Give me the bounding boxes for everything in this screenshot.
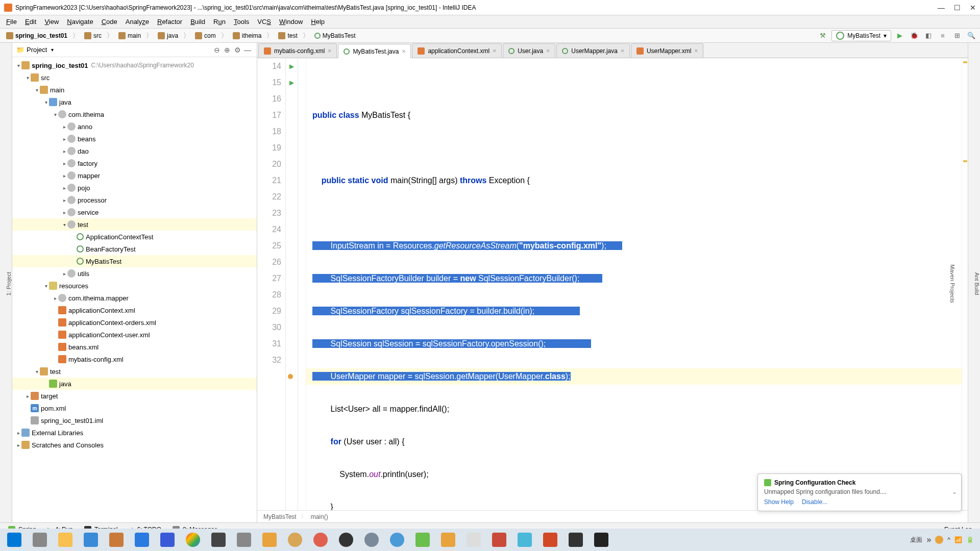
menu-view[interactable]: View <box>40 18 63 26</box>
notification-body: Unmapped Spring configuration files foun… <box>764 488 955 495</box>
gear-icon[interactable]: ⚙ <box>232 45 242 55</box>
notification-title: Spring Configuration Check <box>764 479 955 486</box>
menubar: File Edit View Navigate Code Analyze Ref… <box>0 15 980 29</box>
menu-build[interactable]: Build <box>186 18 209 26</box>
app-icon-3[interactable] <box>130 530 154 550</box>
app-icon <box>4 4 12 12</box>
crumb-com[interactable]: com <box>192 31 219 40</box>
line-numbers: 14151617181920212223242526272829303132 <box>257 58 286 510</box>
menu-refactor[interactable]: Refactor <box>153 18 186 26</box>
menu-vcs[interactable]: VCS <box>253 18 275 26</box>
close-button[interactable]: ✕ <box>970 4 976 12</box>
collapse-icon[interactable]: ⊖ <box>212 45 222 55</box>
tab-user[interactable]: User.java× <box>503 43 555 58</box>
menu-file[interactable]: File <box>2 18 21 26</box>
wechat-icon[interactable] <box>410 530 435 550</box>
crumb-class[interactable]: MyBatisTest <box>311 31 359 40</box>
battery-icon[interactable]: 🔋 <box>966 536 974 543</box>
crumb-src[interactable]: src <box>81 31 105 40</box>
explorer-icon[interactable] <box>53 530 78 550</box>
powerpoint-icon[interactable] <box>538 530 562 550</box>
target-icon[interactable]: ⊕ <box>222 45 232 55</box>
menu-edit[interactable]: Edit <box>21 18 40 26</box>
app-icon-16[interactable] <box>512 530 537 550</box>
build-icon[interactable]: ⚒ <box>817 30 828 41</box>
tab-usermapper-java[interactable]: UserMapper.java× <box>556 43 630 58</box>
app-icon-12[interactable] <box>385 530 409 550</box>
app-icon-11[interactable] <box>359 530 384 550</box>
expand-icon[interactable]: ⌄ <box>952 488 957 495</box>
error-stripe[interactable] <box>962 58 968 510</box>
menu-tools[interactable]: Tools <box>230 18 253 26</box>
project-tree[interactable]: ▾spring_ioc_test01C:\Users\haohao\Spring… <box>12 57 257 522</box>
tool-ant[interactable]: Ant Build <box>974 268 980 299</box>
tab-mybatis-config[interactable]: mybatis-config.xml× <box>258 43 337 58</box>
minimize-button[interactable]: ― <box>938 4 945 12</box>
structure-icon[interactable]: ⊞ <box>951 30 963 41</box>
stop-icon[interactable]: ■ <box>937 30 948 41</box>
taskbar: 桌面 » ^ 📶 🔋 <box>0 529 980 551</box>
tray-chevron[interactable]: ^ <box>947 536 950 543</box>
search-icon[interactable]: 🔍 <box>966 30 977 41</box>
app-icon-4[interactable] <box>155 530 180 550</box>
menu-window[interactable]: Window <box>275 18 307 26</box>
menu-help[interactable]: Help <box>307 18 329 26</box>
notification-popup: Spring Configuration Check Unmapped Spri… <box>757 473 962 511</box>
crumb-method-name[interactable]: main() <box>311 513 328 520</box>
crumb-test[interactable]: test <box>275 31 300 40</box>
tool-project[interactable]: 1: Project <box>6 268 12 299</box>
breadcrumb: spring_ioc_test01〉 src〉 main〉 java〉 com〉… <box>3 31 817 40</box>
menu-code[interactable]: Code <box>97 18 121 26</box>
show-help-link[interactable]: Show Help <box>764 498 794 506</box>
coverage-icon[interactable]: ◧ <box>923 30 934 41</box>
crumb-java[interactable]: java <box>155 31 181 40</box>
disable-link[interactable]: Disable... <box>802 498 827 506</box>
crumb-itheima[interactable]: itheima <box>230 31 265 40</box>
app-icon-15[interactable] <box>487 530 511 550</box>
app-icon-8[interactable] <box>283 530 307 550</box>
maximize-button[interactable]: ☐ <box>954 4 961 12</box>
crumb-project[interactable]: spring_ioc_test01 <box>3 31 70 40</box>
app-icon-9[interactable] <box>308 530 333 550</box>
menu-navigate[interactable]: Navigate <box>63 18 97 26</box>
warning-dot-icon <box>288 374 293 379</box>
tab-usermapper-xml[interactable]: UserMapper.xml× <box>631 43 703 58</box>
app-icon-1[interactable] <box>79 530 103 550</box>
run-config-selector[interactable]: MyBatisTest ▾ <box>831 30 891 41</box>
intellij-icon[interactable] <box>564 530 588 550</box>
run-gutter[interactable]: ▶▶ <box>286 58 298 510</box>
run-icon[interactable]: ▶ <box>894 30 905 41</box>
app-icon-10[interactable] <box>334 530 358 550</box>
taskview-icon[interactable] <box>28 530 52 550</box>
crumb-class-name[interactable]: MyBatisTest <box>263 513 297 520</box>
app-icon-2[interactable] <box>104 530 129 550</box>
app-icon-5[interactable] <box>206 530 231 550</box>
start-button[interactable] <box>2 530 27 550</box>
app-icon-14[interactable] <box>461 530 486 550</box>
app-icon-6[interactable] <box>232 530 256 550</box>
tray-icon[interactable] <box>935 536 943 544</box>
chrome-icon[interactable] <box>181 530 205 550</box>
editor-breadcrumb: MyBatisTest 〉 main() <box>257 510 968 522</box>
app-icon-13[interactable] <box>436 530 460 550</box>
wifi-icon[interactable]: 📶 <box>954 536 962 543</box>
menu-run[interactable]: Run <box>209 18 230 26</box>
menu-analyze[interactable]: Analyze <box>121 18 153 26</box>
project-panel-title[interactable]: 📁 Project <box>16 46 54 54</box>
terminal-icon[interactable] <box>589 530 614 550</box>
debug-icon[interactable]: 🐞 <box>909 30 920 41</box>
crumb-main[interactable]: main <box>115 31 144 40</box>
tab-appcontext[interactable]: applicationContext.xml× <box>412 43 502 58</box>
editor-tabs: mybatis-config.xml× MyBatisTest.java× ap… <box>257 43 968 58</box>
code-editor[interactable]: 14151617181920212223242526272829303132 ▶… <box>257 58 968 510</box>
desktop-label[interactable]: 桌面 <box>910 536 922 544</box>
hide-icon[interactable]: ― <box>242 45 253 55</box>
tab-mybatistest[interactable]: MyBatisTest.java× <box>338 44 411 58</box>
app-icon-7[interactable] <box>257 530 282 550</box>
window-title: SpringFramework2023 [C:\Users\haohao\Spr… <box>15 4 938 11</box>
